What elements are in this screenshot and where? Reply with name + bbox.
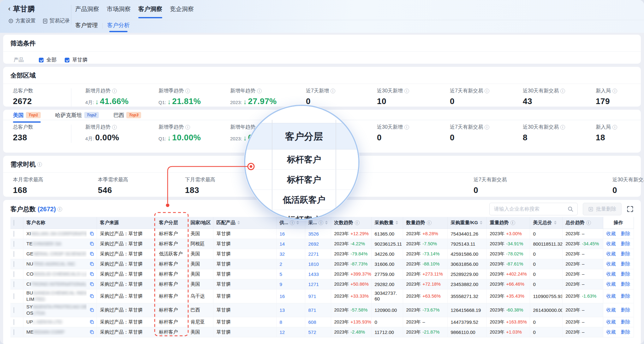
copy-icon[interactable]	[89, 319, 94, 324]
supplier-count-link[interactable]: 16	[280, 231, 285, 236]
copy-icon[interactable]	[89, 261, 94, 266]
purchase-count-link[interactable]: 871	[308, 307, 316, 313]
purchase-count-link[interactable]: 608	[308, 319, 316, 325]
column-header-数量趋势[interactable]: 数量趋势i	[403, 217, 447, 229]
info-icon[interactable]: i	[331, 89, 335, 93]
row-checkbox[interactable]	[14, 307, 14, 313]
info-icon[interactable]: i	[355, 220, 360, 225]
column-header-客户来源[interactable]: 客户来源	[97, 217, 156, 229]
copy-icon[interactable]	[89, 251, 94, 256]
favorite-action[interactable]: 收藏	[606, 281, 616, 287]
row-checkbox[interactable]	[14, 261, 14, 267]
supplier-count-link[interactable]: 13	[280, 307, 285, 313]
info-icon[interactable]: i	[257, 89, 262, 93]
sort-icon[interactable]	[480, 219, 482, 226]
info-icon[interactable]: i	[185, 125, 190, 130]
column-header-客户分层[interactable]: 客户分层	[156, 217, 187, 229]
purchase-count-link[interactable]: 971	[308, 294, 316, 299]
row-checkbox[interactable]	[14, 329, 14, 335]
column-header-国家/地区[interactable]: 国家/地区	[187, 217, 213, 229]
info-icon[interactable]: i	[290, 220, 295, 225]
sort-icon[interactable]	[296, 219, 299, 226]
purchase-count-link[interactable]: 3526	[308, 231, 319, 236]
copy-icon[interactable]	[89, 271, 94, 277]
info-icon[interactable]: i	[404, 125, 409, 130]
delete-action[interactable]: 删除	[621, 307, 630, 313]
checkbox[interactable]	[65, 58, 69, 62]
favorite-action[interactable]: 收藏	[606, 329, 616, 335]
info-icon[interactable]: i	[427, 220, 432, 225]
column-header-操作[interactable]: 操作	[603, 217, 634, 229]
copy-icon[interactable]	[89, 231, 94, 236]
column-header-重量趋势[interactable]: 重量趋势i	[486, 217, 530, 229]
delete-action[interactable]: 删除	[621, 319, 630, 325]
column-header-客户名称[interactable]: 客户名称	[23, 217, 97, 229]
purchase-count-link[interactable]: 2692	[308, 241, 319, 247]
info-icon[interactable]: i	[510, 220, 515, 225]
fullscreen-expand-icon[interactable]	[627, 206, 634, 213]
copy-icon[interactable]	[89, 241, 94, 246]
row-checkbox[interactable]	[14, 251, 14, 257]
delete-action[interactable]: 删除	[621, 329, 630, 335]
favorite-action[interactable]: 收藏	[606, 251, 616, 257]
delete-action[interactable]: 删除	[621, 251, 630, 257]
sub-tab-客户管理[interactable]: 客户管理	[75, 21, 98, 30]
purchase-count-link[interactable]: 572	[308, 329, 316, 335]
supplier-count-link[interactable]: 9	[280, 282, 282, 287]
delete-action[interactable]: 删除	[621, 241, 630, 247]
row-checkbox[interactable]	[14, 319, 14, 325]
country-tab-美国[interactable]: 美国Top1	[13, 112, 41, 123]
info-icon[interactable]: i	[185, 89, 190, 93]
row-checkbox[interactable]	[14, 231, 14, 237]
main-tab-客户洞察[interactable]: 客户洞察	[138, 5, 162, 19]
favorite-action[interactable]: 收藏	[606, 307, 616, 313]
column-header-匹配产品[interactable]: 匹配产品	[213, 217, 276, 229]
column-header-美元总价[interactable]: 美元总价	[530, 217, 562, 229]
delete-action[interactable]: 删除	[621, 261, 630, 267]
column-header-采购重量/KG[interactable]: 采购重量/KG	[447, 217, 486, 229]
info-icon[interactable]: i	[319, 220, 323, 225]
info-icon[interactable]: i	[485, 89, 489, 93]
supplier-count-link[interactable]: 5	[280, 271, 282, 277]
filter-option-草甘膦[interactable]: 草甘膦	[65, 57, 87, 63]
main-tab-产品洞察[interactable]: 产品洞察	[75, 5, 99, 19]
favorite-action[interactable]: 收藏	[606, 241, 616, 247]
delete-action[interactable]: 删除	[621, 271, 630, 277]
delete-action[interactable]: 删除	[621, 281, 630, 287]
favorite-action[interactable]: 收藏	[606, 319, 616, 325]
column-header-总价趋势[interactable]: 总价趋势i	[562, 217, 603, 229]
supplier-count-link[interactable]: 12	[280, 329, 285, 335]
info-icon[interactable]: i	[612, 89, 617, 93]
info-icon[interactable]: i	[560, 89, 565, 93]
info-icon[interactable]: i	[112, 89, 117, 93]
info-icon[interactable]: i	[586, 220, 591, 225]
trade-records-button[interactable]: 贸易记录	[43, 18, 70, 24]
company-search-box[interactable]	[489, 203, 578, 215]
copy-icon[interactable]	[89, 307, 94, 312]
sort-icon[interactable]	[396, 219, 398, 226]
country-tab-哈萨克斯坦[interactable]: 哈萨克斯坦Top2	[55, 112, 99, 123]
favorite-action[interactable]: 收藏	[606, 261, 616, 267]
info-icon[interactable]: i	[612, 125, 617, 130]
column-header-次数趋势[interactable]: 次数趋势i	[331, 217, 371, 229]
row-checkbox[interactable]	[14, 241, 14, 247]
checkbox[interactable]	[39, 58, 44, 62]
purchase-count-link[interactable]: 1271	[308, 282, 319, 287]
favorite-action[interactable]: 收藏	[606, 271, 616, 277]
main-tab-竞企洞察[interactable]: 竞企洞察	[170, 5, 194, 19]
row-checkbox[interactable]	[14, 281, 14, 287]
bulk-delete-button[interactable]: 批量删除	[583, 203, 622, 215]
purchase-count-link[interactable]: 1810	[308, 261, 319, 267]
supplier-count-link[interactable]: 2	[280, 261, 282, 267]
info-icon[interactable]: i	[112, 125, 117, 130]
supplier-count-link[interactable]: 14	[280, 241, 285, 247]
copy-icon[interactable]	[89, 294, 94, 299]
delete-action[interactable]: 删除	[621, 293, 630, 299]
back-icon[interactable]: ‹	[8, 5, 10, 12]
supplier-count-link[interactable]: 16	[280, 294, 285, 299]
info-icon[interactable]: i	[37, 162, 42, 167]
search-icon[interactable]	[567, 206, 574, 212]
plan-settings-button[interactable]: 方案设置	[8, 18, 36, 24]
search-input[interactable]	[493, 206, 567, 212]
sort-icon[interactable]	[554, 219, 557, 226]
